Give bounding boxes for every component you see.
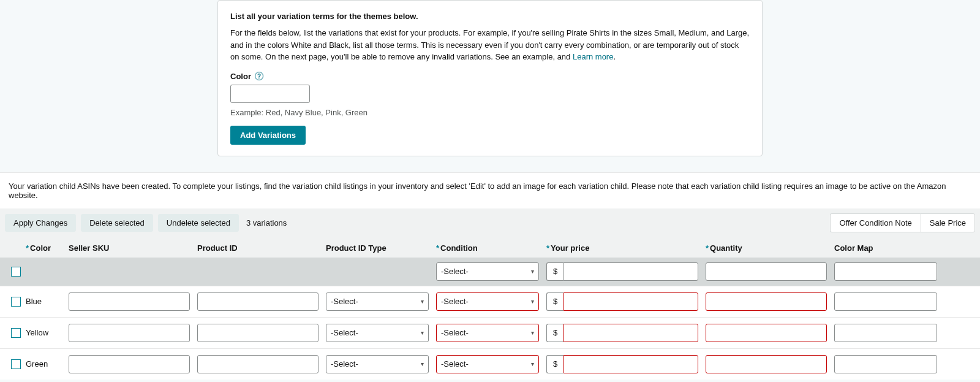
col-price: Your price [551,243,589,253]
color-input[interactable] [230,85,310,103]
currency-symbol: $ [546,355,564,373]
select-placeholder: -Select- [331,359,358,369]
info-banner: Your variation child ASINs have been cre… [0,173,980,208]
currency-symbol: $ [546,324,564,342]
variation-count: 3 variations [246,218,287,227]
col-color-map: Color Map [831,243,941,253]
sku-input[interactable] [69,355,190,373]
select-placeholder: -Select- [331,297,358,306]
product-id-input[interactable] [197,292,318,311]
chevron-down-icon: ▾ [531,268,534,275]
toolbar: Apply Changes Delete selected Undelete s… [0,208,980,237]
table-row: Blue -Select- ▾ -Select- ▾ $ [0,286,980,317]
colormap-input[interactable] [834,355,937,373]
price-input[interactable] [564,292,698,311]
product-id-type-select[interactable]: -Select- ▾ [326,292,429,311]
color-label-text: Color [230,72,251,81]
colormap-input[interactable] [834,324,937,342]
bulk-price-input[interactable] [564,262,698,281]
select-placeholder: -Select- [441,328,469,337]
quantity-input[interactable] [706,355,827,373]
panel-desc-suffix: . [613,52,616,61]
row-checkbox[interactable] [11,297,21,307]
panel-desc-text: For the fields below, list the variation… [230,28,749,61]
product-id-type-select[interactable]: -Select- ▾ [326,355,429,373]
bulk-edit-row: -Select- ▾ $ [0,258,980,286]
variations-table: *Color Seller SKU Product ID Product ID … [0,237,980,380]
col-product-id: Product ID [194,243,322,253]
product-id-input[interactable] [197,324,318,342]
select-placeholder: -Select- [441,297,469,306]
price-input[interactable] [564,355,698,373]
sku-input[interactable] [69,324,190,342]
undelete-selected-button[interactable]: Undelete selected [158,214,239,232]
apply-changes-button[interactable]: Apply Changes [5,214,76,232]
color-example: Example: Red, Navy Blue, Pink, Green [230,108,750,117]
panel-heading: List all your variation terms for the th… [230,12,750,21]
chevron-down-icon: ▾ [421,329,424,336]
col-condition: Condition [440,243,478,253]
col-sku: Seller SKU [65,243,194,253]
help-icon[interactable]: ? [255,72,263,80]
select-placeholder: -Select- [331,328,358,337]
currency-symbol: $ [546,262,564,281]
col-product-id-type: Product ID Type [322,243,432,253]
variation-terms-panel: List all your variation terms for the th… [217,0,763,156]
row-color: Yellow [26,328,48,337]
bulk-condition-select[interactable]: -Select- ▾ [436,262,539,281]
delete-selected-button[interactable]: Delete selected [81,214,153,232]
condition-select[interactable]: -Select- ▾ [436,324,539,342]
row-checkbox[interactable] [11,359,21,369]
bulk-colormap-input[interactable] [834,262,937,281]
condition-select[interactable]: -Select- ▾ [436,355,539,373]
row-color: Green [26,359,48,369]
product-id-type-select[interactable]: -Select- ▾ [326,324,429,342]
price-input[interactable] [564,324,698,342]
row-checkbox[interactable] [11,328,21,338]
chevron-down-icon: ▾ [421,361,424,367]
quantity-input[interactable] [706,292,827,311]
table-row: Yellow -Select- ▾ -Select- ▾ $ [0,317,980,348]
quantity-input[interactable] [706,324,827,342]
row-color: Blue [26,297,42,306]
select-placeholder: -Select- [441,359,469,369]
add-variations-button[interactable]: Add Variations [230,126,306,145]
currency-symbol: $ [546,292,564,311]
table-header-row: *Color Seller SKU Product ID Product ID … [0,237,980,258]
learn-more-link[interactable]: Learn more [573,52,613,61]
chevron-down-icon: ▾ [531,298,534,305]
chevron-down-icon: ▾ [531,329,534,336]
product-id-input[interactable] [197,355,318,373]
select-placeholder: -Select- [441,267,469,276]
condition-select[interactable]: -Select- ▾ [436,292,539,311]
sale-price-button[interactable]: Sale Price [921,213,975,232]
col-color: Color [30,243,51,253]
offer-condition-note-button[interactable]: Offer Condition Note [830,213,920,232]
colormap-input[interactable] [834,292,937,311]
bulk-quantity-input[interactable] [706,262,827,281]
select-all-checkbox[interactable] [11,267,21,277]
sku-input[interactable] [69,292,190,311]
chevron-down-icon: ▾ [421,298,424,305]
table-row: Green -Select- ▾ -Select- ▾ $ [0,348,980,380]
chevron-down-icon: ▾ [531,361,534,367]
col-quantity: Quantity [710,243,742,253]
color-field-label: Color ? [230,72,263,81]
panel-description: For the fields below, list the variation… [230,27,750,63]
